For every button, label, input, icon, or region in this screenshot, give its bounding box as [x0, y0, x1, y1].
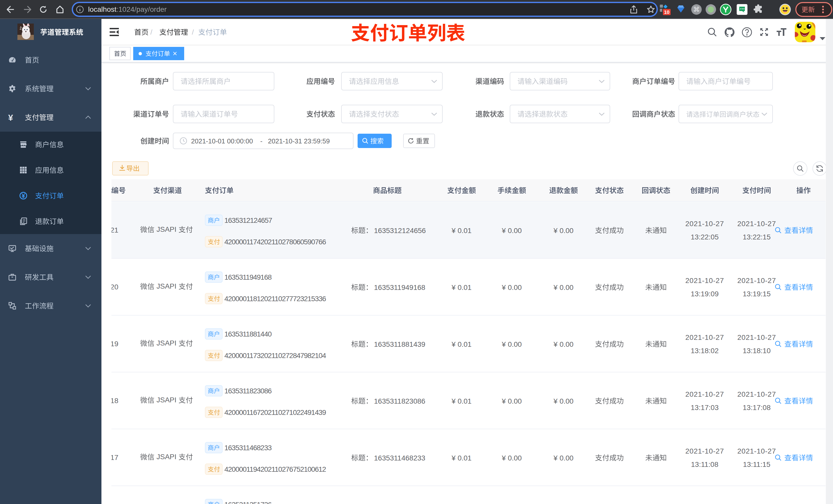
svg-text:⌘: ⌘	[693, 6, 700, 13]
